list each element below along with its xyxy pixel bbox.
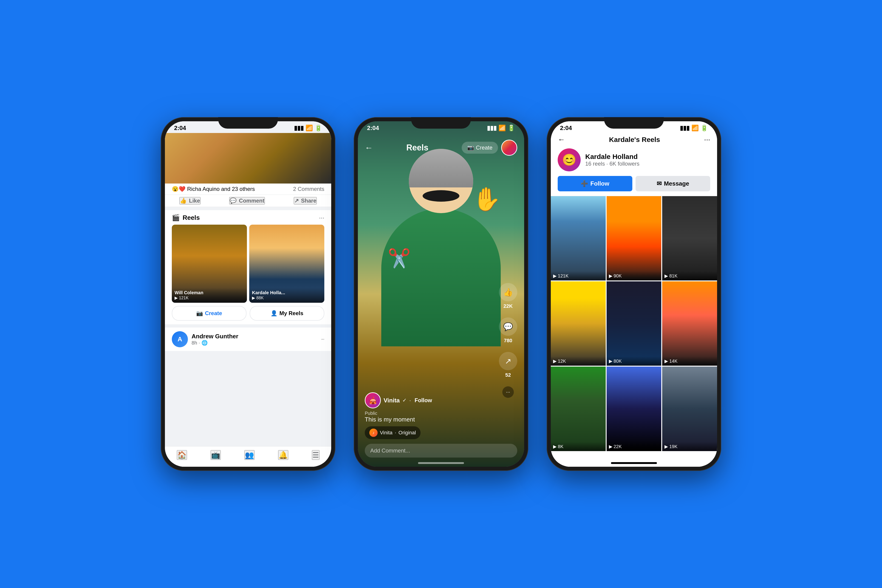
share-action[interactable]: ↗ 52 [499,352,517,378]
time-3: 2:04 [560,124,572,132]
like-label: Like [189,198,200,204]
music-disc-icon: ♪ [369,429,378,437]
my-reels-button[interactable]: 👤 My Reels [250,306,324,321]
profile-reel-5[interactable]: ▶ 80K [607,281,662,366]
profile-info: 😊 Kardale Holland 16 reels · 6K follower… [558,148,710,171]
nav-menu[interactable]: ☰ [312,450,320,460]
nav-video[interactable]: 📺 [211,450,221,460]
profile-more-button[interactable]: ··· [704,135,710,144]
reel-creator-1: Will Coleman [175,290,244,296]
follow-button-reel[interactable]: Follow [415,397,432,404]
action-bar: 👍 Like 💬 Comment ↗ Share [165,195,331,207]
like-action[interactable]: 👍 22K [499,283,517,309]
post-time: 8h [192,340,197,346]
profile-reel-7[interactable]: ▶ 8K [551,367,606,451]
like-count: 22K [504,303,513,309]
home-indicator-2 [418,462,464,464]
more-action[interactable]: ··· [502,386,514,398]
comment-action[interactable]: 💬 780 [499,317,517,344]
reel-music-pill[interactable]: ♪ Vinita · Original [365,426,420,439]
reel-comment-input[interactable]: Add Comment... [365,444,517,458]
create-camera-icon: 📷 [196,310,203,316]
reels-label: Reels [183,214,200,221]
wifi-icon-3: 📶 [692,124,699,132]
post-row: A Andrew Gunther 8h · 🌐 ··· [165,327,331,351]
profile-reel-views-6: ▶ 14K [664,358,715,364]
notch-2 [411,117,471,129]
signal-icon-2: ▮▮▮ [487,124,496,132]
reel-back-button[interactable]: ← [365,143,373,153]
profile-reel-8[interactable]: ▶ 22K [607,367,662,451]
verified-icon: ✓ [402,398,406,404]
music-title: Original [399,430,416,436]
signal-icon-1: ▮▮▮ [294,124,304,132]
wifi-icon-2: 📶 [498,124,506,132]
share-button[interactable]: ↗ Share [294,197,317,204]
profile-details: Kardale Holland 16 reels · 6K followers [585,153,639,167]
reel-card-2[interactable]: Kardale Holla... ▶ 88K [249,225,324,303]
comment-button[interactable]: 💬 Comment [229,197,265,204]
profile-reel-9[interactable]: ▶ 19K [662,367,717,451]
profile-reel-2[interactable]: ▶ 90K [607,196,662,280]
profile-actions: ➕ Follow ✉ Message [558,176,710,191]
reel-profile-avatar[interactable] [501,140,517,156]
camera-icon: 📷 [467,144,474,151]
reel-card-1[interactable]: Will Coleman ▶ 121K [172,225,247,303]
reel-views-2: ▶ 88K [252,296,322,300]
post-privacy-icon: 🌐 [201,340,208,346]
nav-home[interactable]: 🏠 [177,450,187,460]
reaction-comments: 2 Comments [293,186,324,192]
profile-back-button[interactable]: ← [558,135,565,144]
reel-views-1: ▶ 121K [175,296,244,300]
music-dot: · [395,430,396,436]
message-button-profile[interactable]: ✉ Message [636,176,710,191]
phones-container: 2:04 ▮▮▮ 📶 🔋 😮❤️ Richa Aquino and 23 oth… [161,117,721,471]
reels-actions: 📷 Create 👤 My Reels [172,306,324,321]
more-icon-reel: ··· [502,386,514,398]
reel-creator-2: Kardale Holla... [252,290,322,296]
profile-reel-4[interactable]: ▶ 12K [551,281,606,366]
profile-reel-views-5: ▶ 80K [609,358,659,364]
profile-reel-6[interactable]: ▶ 14K [662,281,717,366]
post-username: Andrew Gunther [192,333,318,340]
follow-icon: ➕ [580,180,588,187]
profile-reel-views-9: ▶ 19K [664,444,715,449]
reels-header: 🎬 Reels ··· [172,214,324,221]
profile-page-title: Kardale's Reels [609,136,660,144]
phone-3: 2:04 ▮▮▮ 📶 🔋 ← Kardale's Reels ··· [547,117,721,471]
battery-icon-3: 🔋 [700,124,708,132]
post-privacy: · [198,340,200,346]
nav-groups[interactable]: 👥 [244,450,255,460]
reel-player-header: ← Reels 📷 Create [358,140,524,156]
notch-1 [218,117,278,129]
reel-create-button[interactable]: 📷 Create [462,142,498,154]
like-icon: 👍 [180,198,187,204]
profile-header: ← Kardale's Reels ··· 😊 Kardale Holland … [551,133,717,196]
create-reel-button[interactable]: 📷 Create [172,306,246,321]
phone-2: ✋ ✂️ 2:04 ▮▮▮ 📶 🔋 ← Reels [354,117,528,471]
dot-separator: · [409,397,411,404]
profile-reel-3[interactable]: ▶ 81K [662,196,717,280]
time-1: 2:04 [174,124,186,132]
profile-reel-views-1: ▶ 121K [553,273,603,279]
my-reels-icon: 👤 [271,310,278,316]
post-info: Andrew Gunther 8h · 🌐 [192,333,318,346]
reel-user-row: 🎪 Vinita ✓ · Follow [365,392,490,408]
reel-creator-info: 🎪 Vinita ✓ · Follow Public This is my mo… [358,392,496,439]
profile-name: Kardale Holland [585,153,639,160]
like-button[interactable]: 👍 Like [179,197,201,204]
post-more-icon[interactable]: ··· [321,337,324,341]
reels-more-icon[interactable]: ··· [319,214,324,221]
reel-side-actions: 👍 22K 💬 780 ↗ 52 ··· [499,283,517,398]
profile-reel-1[interactable]: ▶ 121K [551,196,606,280]
reels-title: 🎬 Reels [172,214,200,221]
follow-button-profile[interactable]: ➕ Follow [558,176,632,191]
profile-reel-views-4: ▶ 12K [553,358,603,364]
nav-notifications[interactable]: 🔔 [278,450,288,460]
reel-creator-avatar[interactable]: 🎪 [365,392,381,408]
follow-label: Follow [590,180,609,187]
notch-3 [604,117,664,129]
post-meta: 8h · 🌐 [192,340,318,346]
profile-reel-views-7: ▶ 8K [553,444,603,449]
post-avatar: A [172,331,188,347]
